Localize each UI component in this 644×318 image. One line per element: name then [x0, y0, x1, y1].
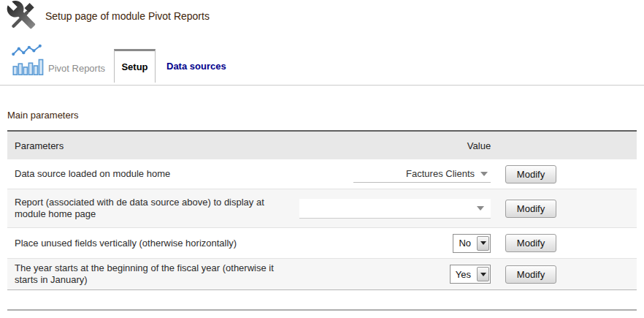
data-source-combobox[interactable]: Factures Clients: [353, 165, 491, 183]
report-combobox[interactable]: [299, 199, 491, 219]
table-row: Data source loaded on module home Factur…: [7, 159, 637, 189]
param-value-cell: [292, 199, 491, 219]
table-row: The year starts at the beginning of the …: [7, 259, 637, 290]
param-action-cell: Modify: [491, 265, 637, 284]
param-action-cell: Modify: [491, 165, 637, 183]
fiscal-year-select[interactable]: Yes: [450, 265, 491, 284]
param-label-vertical-fields: Place unused fields vertically (otherwis…: [7, 234, 292, 253]
tabs-bar: Pivot Reports Setup Data sources: [0, 43, 644, 86]
tab-data-sources-label: Data sources: [166, 61, 226, 72]
fiscal-year-select-value: Yes: [456, 269, 471, 280]
chevron-down-icon: [480, 273, 486, 276]
parameters-table: Parameters Value Data source loaded on m…: [7, 130, 637, 290]
tools-icon: [6, 0, 37, 30]
modify-button-fiscal-year[interactable]: Modify: [505, 265, 556, 284]
modify-button-vertical-fields[interactable]: Modify: [505, 234, 556, 252]
vertical-fields-select[interactable]: No: [453, 234, 491, 253]
page-header: Setup page of module Pivot Reports: [0, 0, 644, 32]
param-value-cell: No: [292, 234, 491, 253]
module-label: Pivot Reports: [48, 63, 105, 74]
param-action-cell: Modify: [491, 234, 637, 252]
tab-data-sources[interactable]: Data sources: [166, 49, 226, 83]
pivot-reports-icon: [10, 44, 44, 77]
chevron-down-icon: [480, 172, 488, 176]
param-label-report: Report (associated with de data source a…: [7, 193, 292, 224]
chevron-down-icon: [480, 241, 486, 245]
param-action-cell: Modify: [491, 200, 637, 218]
table-header-row: Parameters Value: [7, 132, 637, 159]
table-row: Report (associated with de data source a…: [7, 189, 637, 228]
param-label-fiscal-year: The year starts at the beginning of the …: [7, 259, 292, 289]
modify-button-data-source[interactable]: Modify: [505, 165, 556, 183]
bottom-divider: [7, 309, 637, 311]
setup-page: Setup page of module Pivot Reports Pivot…: [0, 0, 644, 318]
param-label-data-source: Data source loaded on module home: [7, 164, 292, 183]
column-header-value: Value: [292, 140, 637, 151]
tab-setup-label: Setup: [121, 61, 147, 72]
chevron-down-icon: [477, 206, 484, 211]
data-source-combobox-value: Factures Clients: [406, 168, 475, 179]
table-row: Place unused fields vertically (otherwis…: [7, 228, 637, 259]
section-title: Main parameters: [7, 110, 644, 121]
select-dropdown-arrow-icon[interactable]: [477, 236, 489, 251]
param-value-cell: Factures Clients: [292, 165, 491, 183]
select-dropdown-arrow-icon[interactable]: [477, 267, 489, 281]
vertical-fields-select-value: No: [459, 238, 471, 249]
column-header-parameters: Parameters: [7, 140, 292, 151]
param-value-cell: Yes: [292, 265, 491, 284]
page-title: Setup page of module Pivot Reports: [45, 10, 210, 22]
tab-setup[interactable]: Setup: [114, 49, 156, 83]
modify-button-report[interactable]: Modify: [505, 200, 556, 218]
